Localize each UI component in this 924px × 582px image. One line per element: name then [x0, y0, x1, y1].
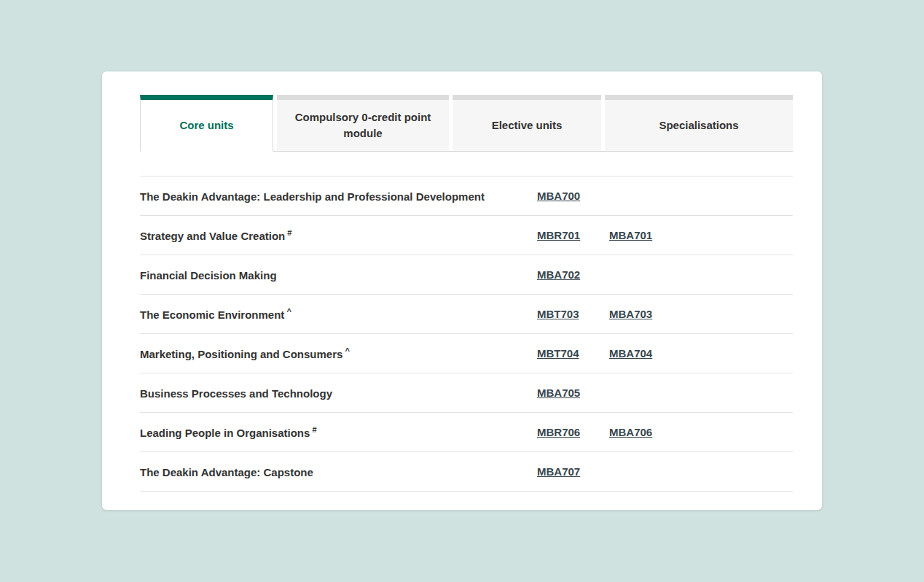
unit-code-link[interactable]: MBA700 [537, 190, 580, 202]
code-cell: MBA706 [609, 426, 793, 439]
code-cell: MBA703 [609, 308, 793, 321]
unit-name: Marketing, Positioning and Consumers^ [140, 346, 537, 360]
table-row: The Deakin Advantage: Capstone MBA707 [140, 452, 793, 492]
content-card: Core units Compulsory 0-credit point mod… [102, 71, 822, 510]
unit-name: Business Processes and Technology [140, 386, 537, 400]
unit-code-link[interactable]: MBT704 [537, 347, 579, 360]
unit-name: Strategy and Value Creation# [140, 228, 537, 242]
unit-code-link[interactable]: MBA707 [537, 465, 580, 478]
code-cell: MBT703 [537, 308, 609, 321]
tab-compulsory-module[interactable]: Compulsory 0-credit point module [277, 95, 449, 151]
tab-specialisations[interactable]: Specialisations [605, 95, 793, 151]
table-row: The Economic Environment^ MBT703 MBA703 [140, 295, 793, 334]
unit-name: Leading People in Organisations# [140, 425, 537, 439]
code-cell: MBR706 [537, 426, 609, 439]
unit-superscript: # [287, 228, 291, 237]
code-cell: MBR701 [537, 229, 609, 242]
unit-code-link[interactable]: MBR706 [537, 426, 580, 438]
unit-code-link[interactable]: MBA702 [537, 268, 580, 281]
table-row: The Deakin Advantage: Leadership and Pro… [140, 176, 793, 216]
table-row: Marketing, Positioning and Consumers^ MB… [140, 334, 793, 373]
unit-name: The Economic Environment^ [140, 307, 537, 321]
table-row: Business Processes and Technology MBA705 [140, 373, 793, 413]
tab-label: Elective units [492, 117, 563, 133]
units-table: The Deakin Advantage: Leadership and Pro… [140, 176, 793, 492]
unit-code-link[interactable]: MBA705 [537, 387, 580, 399]
unit-superscript: ^ [345, 346, 349, 355]
unit-name: The Deakin Advantage: Capstone [140, 465, 537, 478]
tab-label: Core units [179, 117, 233, 133]
unit-name-text: Business Processes and Technology [140, 387, 332, 400]
unit-name-text: The Economic Environment [140, 309, 284, 321]
unit-name-text: Leading People in Organisations [140, 427, 310, 439]
unit-name: Financial Decision Making [140, 268, 537, 282]
unit-name-text: The Deakin Advantage: Capstone [140, 466, 313, 478]
tab-core-units[interactable]: Core units [140, 95, 273, 152]
code-cell: MBA701 [609, 229, 793, 242]
unit-code-link[interactable]: MBA703 [609, 308, 652, 320]
unit-code-link[interactable]: MBR701 [537, 229, 580, 241]
code-cell: MBA702 [537, 268, 609, 282]
tab-elective-units[interactable]: Elective units [453, 95, 601, 151]
unit-superscript: ^ [286, 307, 291, 316]
unit-name: The Deakin Advantage: Leadership and Pro… [140, 189, 537, 203]
unit-code-link[interactable]: MBT703 [537, 308, 579, 320]
table-row: Leading People in Organisations# MBR706 … [140, 413, 793, 452]
code-cell: MBA707 [537, 465, 609, 478]
code-cell: MBA700 [537, 190, 609, 203]
unit-code-link[interactable]: MBA701 [609, 229, 652, 241]
unit-name-text: Strategy and Value Creation [140, 230, 285, 242]
unit-name-text: Financial Decision Making [140, 269, 277, 282]
unit-code-link[interactable]: MBA704 [609, 347, 652, 360]
tab-bar: Core units Compulsory 0-credit point mod… [140, 95, 793, 152]
table-row: Financial Decision Making MBA702 [140, 255, 793, 295]
unit-name-text: Marketing, Positioning and Consumers [140, 348, 342, 360]
unit-superscript: # [312, 425, 316, 434]
code-cell: MBT704 [537, 347, 609, 360]
tab-label: Compulsory 0-credit point module [290, 109, 436, 141]
unit-name-text: The Deakin Advantage: Leadership and Pro… [140, 190, 485, 203]
code-cell: MBA705 [537, 387, 609, 400]
unit-code-link[interactable]: MBA706 [609, 426, 652, 438]
code-cell: MBA704 [609, 347, 793, 360]
table-row: Strategy and Value Creation# MBR701 MBA7… [140, 216, 793, 255]
tab-label: Specialisations [659, 117, 738, 133]
